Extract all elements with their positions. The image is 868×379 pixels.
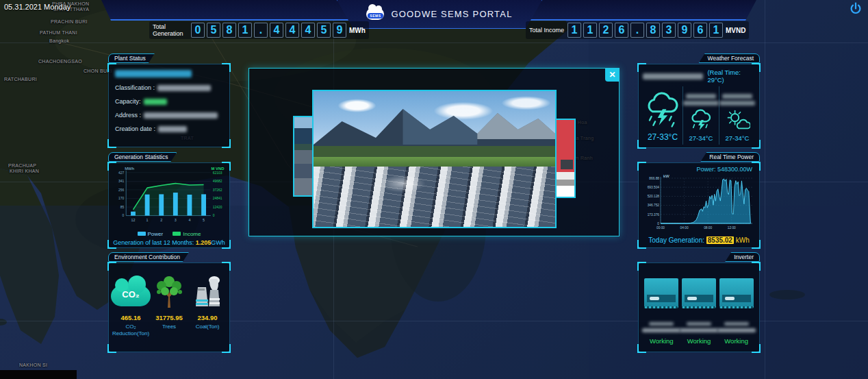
power-icon[interactable] <box>849 2 863 16</box>
weather-day-today: 27-33°C <box>643 86 682 145</box>
sems-cloud-logo-icon: SEMS <box>366 8 384 20</box>
weather-temp-1: 27-34°C <box>689 134 713 142</box>
weather-forecast-tab: Weather Forecast <box>699 53 760 63</box>
counter-digit: 9 <box>333 23 346 38</box>
plant-name-redacted <box>115 70 192 77</box>
coal-label: Coal(Ton) <box>196 323 220 330</box>
total-income-unit: MVND <box>726 27 745 34</box>
svg-text:kW: kW <box>663 174 669 178</box>
svg-text:0: 0 <box>123 214 125 217</box>
svg-text:866.88: 866.88 <box>649 177 659 180</box>
address-label: Address : <box>115 112 141 119</box>
weather-date-2b-redacted <box>719 101 755 106</box>
plant-status-panel: Plant Status Classification : Capacity: … <box>108 53 230 147</box>
svg-text:37262: 37262 <box>213 188 222 192</box>
total-income-counter: Total Income 1126.83961 MVND <box>526 21 749 39</box>
generation-chart: MWhM VND08517025634142701242024841372624… <box>112 164 227 230</box>
trees-value: 31775.95 <box>155 314 183 321</box>
inverter-unit-2[interactable]: Working <box>680 278 717 346</box>
counter-digit: 1 <box>238 23 252 38</box>
counter-digit: . <box>630 23 644 38</box>
counter-digit: 6 <box>615 23 628 38</box>
svg-text:0: 0 <box>213 214 215 217</box>
weather-temp-2: 27-34°C <box>726 134 750 142</box>
today-generation-summary: Today Generation: 8535.02 kWh <box>648 236 749 244</box>
weather-day-1: 27-34°C <box>682 86 719 145</box>
counter-digit: . <box>254 23 268 38</box>
svg-text:24841: 24841 <box>213 197 222 200</box>
svg-text:3: 3 <box>175 218 177 222</box>
counter-digit: 5 <box>207 23 220 38</box>
svg-text:520.128: 520.128 <box>648 195 660 198</box>
thunderstorm-small-icon <box>689 108 713 132</box>
weather-date-1-redacted <box>686 94 716 99</box>
realtime-temp-label: (Real Time: 29°C) <box>707 69 755 84</box>
counter-digit: 1 <box>709 23 723 38</box>
capacity-value-redacted <box>144 99 167 105</box>
photo-solar-panels <box>314 167 555 227</box>
svg-text:170: 170 <box>118 197 124 200</box>
inverter-1-serial-redacted <box>649 322 674 326</box>
svg-text:04:00: 04:00 <box>680 226 689 230</box>
svg-text:1: 1 <box>146 218 149 222</box>
inverter-2-status: Working <box>687 337 711 345</box>
inverter-tab: Inverter <box>725 252 760 262</box>
svg-text:427: 427 <box>118 171 124 175</box>
photo-thumbnail-right[interactable] <box>554 119 576 198</box>
environment-contribution-panel: Environment Contribution CO₂ 465.16 CO₂ … <box>108 252 230 352</box>
inverter-3-sn-redacted <box>717 328 756 332</box>
inverter-panel: Inverter Working Working Working <box>638 252 760 352</box>
trees-label: Trees <box>162 323 176 330</box>
creation-date-label: Creation date : <box>115 125 155 132</box>
svg-text:M VND: M VND <box>212 167 225 171</box>
svg-text:5: 5 <box>203 218 205 222</box>
total-generation-unit: MWh <box>349 27 366 34</box>
svg-text:4: 4 <box>188 218 190 222</box>
real-time-power-panel: Real Time Power Power: 548300.00W kW0173… <box>638 152 760 248</box>
svg-text:256: 256 <box>118 188 124 192</box>
svg-text:00:00: 00:00 <box>656 226 665 230</box>
counter-digit: 1 <box>567 23 581 38</box>
generation-statistics-tab: Generation Statistics <box>108 152 177 162</box>
inverter-icon <box>644 278 678 308</box>
svg-text:346.752: 346.752 <box>648 204 660 207</box>
photo-mountains <box>314 102 555 161</box>
thunderstorm-icon <box>643 90 682 130</box>
weather-forecast-panel: Weather Forecast (Real Time: 29°C) <box>638 53 760 148</box>
classification-label: Classification : <box>115 84 155 91</box>
close-icon[interactable]: ✕ <box>605 68 620 82</box>
inverter-unit-3[interactable]: Working <box>718 278 755 346</box>
svg-text:173.376: 173.376 <box>648 213 660 217</box>
svg-text:12: 12 <box>131 218 135 222</box>
counter-digit: 8 <box>222 23 236 38</box>
svg-text:49682: 49682 <box>213 180 222 183</box>
total-generation-digits: 0581.44459 <box>191 23 346 38</box>
total-income-label: Total Income <box>529 27 565 34</box>
power-legend-swatch <box>138 232 146 236</box>
redacted-bar <box>0 370 77 379</box>
counter-digit: 8 <box>646 23 660 38</box>
generation-12months-value: 1.205 <box>196 239 212 246</box>
sun-cloud-icon <box>724 108 750 132</box>
total-income-digits: 1126.83961 <box>567 23 723 38</box>
counter-digit: 0 <box>191 23 205 38</box>
dashboard-stage: PHRA NAKHONSI AYUTTHAYAPRACHIN BURIPATHU… <box>0 0 868 379</box>
inverter-icon <box>682 278 716 308</box>
classification-value-redacted <box>157 85 211 91</box>
photo-field <box>314 157 555 167</box>
weather-date-redacted <box>643 73 703 80</box>
income-legend-swatch <box>173 232 181 236</box>
svg-text:62103: 62103 <box>213 171 222 175</box>
inverter-unit-1[interactable]: Working <box>643 278 680 346</box>
inverter-3-status: Working <box>724 337 748 345</box>
address-value-redacted <box>144 112 218 119</box>
weather-day-2: 27-34°C <box>719 86 755 145</box>
svg-text:341: 341 <box>118 180 124 183</box>
weather-temp-0: 27-33°C <box>648 132 678 142</box>
co2-reduction-value: 465.16 <box>120 314 140 321</box>
counter-digit: 9 <box>678 23 691 38</box>
real-time-power-tab: Real Time Power <box>700 152 760 162</box>
generation-statistics-panel: Generation Statistics MWhM VND0851702563… <box>108 152 230 248</box>
inverter-3-serial-redacted <box>724 322 749 326</box>
plant-photo[interactable] <box>312 90 557 228</box>
